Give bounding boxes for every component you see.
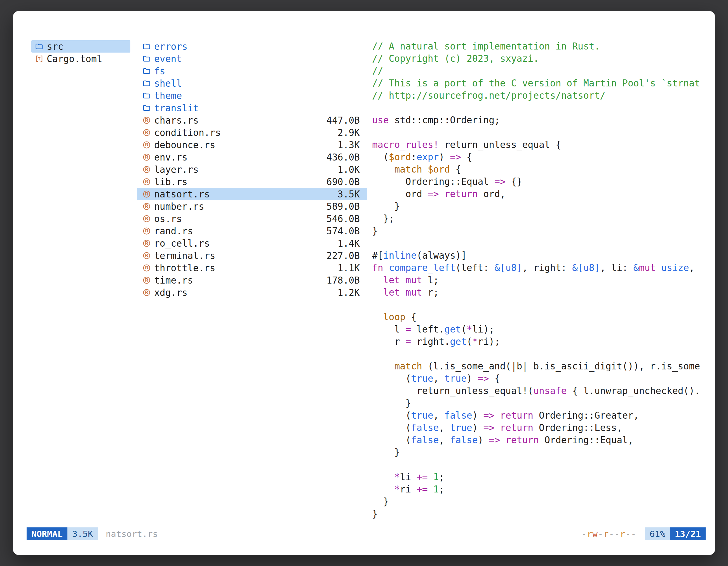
file-item[interactable]: Rtime.rs178.0B [137,274,367,286]
file-size: 1.3K [332,140,360,151]
code-line: (true, true) => { [372,372,710,385]
file-size: 3.5K [332,189,360,200]
file-name: chars.rs [154,115,199,126]
panes-container: srcCargo.toml errorseventfsshellthemetra… [31,40,710,525]
file-item[interactable]: Rterminal.rs227.0B [137,250,367,262]
folder-icon [142,91,152,100]
file-size: 227.0B [321,250,360,261]
rust-file-icon: R [142,141,152,149]
folder-item[interactable]: fs [137,65,367,77]
rust-file-icon: R [142,165,152,174]
rust-file-icon: R [142,178,152,186]
file-size: 178.0B [321,275,360,286]
file-item[interactable]: Rthrottle.rs1.1K [137,262,367,274]
file-item[interactable]: Renv.rs436.0B [137,151,367,163]
file-item[interactable]: Rnatsort.rs3.5K [137,188,367,200]
rust-file-icon: R [142,116,152,125]
folder-icon [142,67,152,75]
file-name: Cargo.toml [47,53,102,64]
file-item[interactable]: Rchars.rs447.0B [137,114,367,126]
code-line: }; [372,213,710,225]
file-item[interactable]: Rrand.rs574.0B [137,225,367,237]
svg-text:R: R [145,253,148,258]
svg-text:R: R [145,266,148,271]
rust-file-icon: R [142,264,152,272]
file-size: 1.0K [332,164,360,175]
code-line: (false, false) => return Ordering::Equal… [372,434,710,446]
svg-text:R: R [145,290,148,295]
code-line: } [372,446,710,459]
code-line: // A natural sort implementation in Rust… [372,40,710,53]
folder-item[interactable]: theme [137,90,367,102]
code-line: } [372,225,710,237]
file-item[interactable]: Ros.rs546.0B [137,213,367,225]
file-name: throttle.rs [154,263,215,274]
folder-icon [142,42,152,51]
rust-file-icon: R [142,190,152,198]
folder-icon [142,104,152,112]
status-bar-left: NORMAL 3.5K natsort.rs [27,527,158,540]
svg-text:R: R [145,229,148,234]
code-line [372,126,710,139]
file-item[interactable]: Rro_cell.rs1.4K [137,237,367,250]
svg-text:R: R [145,179,148,184]
code-line: match $ord { [372,163,710,176]
code-line [372,348,710,360]
code-line [372,459,710,471]
file-size: 1.2K [332,287,360,298]
folder-item[interactable]: event [137,53,367,65]
code-line [372,299,710,311]
file-name: natsort.rs [154,189,210,200]
current-directory-pane: errorseventfsshellthemetranslitRchars.rs… [137,40,367,299]
rust-file-icon: R [142,288,152,297]
code-line: } [372,397,710,409]
file-item[interactable]: Rcondition.rs2.9K [137,126,367,139]
folder-item[interactable]: translit [137,102,367,114]
scroll-percent-badge: 61% [645,527,670,540]
file-item[interactable]: Cargo.toml [31,53,130,65]
code-line: (true, false) => return Ordering::Greate… [372,409,710,422]
folder-item[interactable]: errors [137,40,367,53]
file-name: xdg.rs [154,287,187,298]
file-item[interactable]: Rlayer.rs1.0K [137,163,367,176]
file-name: fs [154,66,165,77]
code-line: l = left.get(*li); [372,323,710,335]
rust-file-icon: R [142,202,152,211]
file-size: 589.0B [321,201,360,212]
rust-file-icon: R [142,239,152,248]
code-line: // Copyright (c) 2023, sxyazi. [372,53,710,65]
rust-file-icon: R [142,153,152,161]
file-item[interactable]: Rdebounce.rs1.3K [137,139,367,151]
file-name: debounce.rs [154,140,215,151]
parent-directory-pane: srcCargo.toml [31,40,130,65]
code-line: macro_rules! return_unless_equal { [372,139,710,151]
folder-item[interactable]: src [31,40,130,53]
file-name: ro_cell.rs [154,238,210,249]
code-line: fn compare_left(left: &[u8], right: &[u8… [372,262,710,274]
file-size-badge: 3.5K [67,527,98,540]
file-size: 1.1K [332,263,360,274]
file-item[interactable]: Rxdg.rs1.2K [137,286,367,299]
code-line: Ordering::Equal => {} [372,176,710,188]
file-size: 436.0B [321,152,360,163]
svg-text:R: R [145,167,148,172]
file-size: 690.0B [321,177,360,187]
file-name: number.rs [154,201,204,212]
code-line: r = right.get(*ri); [372,335,710,348]
code-line: *li += 1; [372,471,710,483]
file-name: rand.rs [154,226,193,237]
file-item[interactable]: Rlib.rs690.0B [137,176,367,188]
file-size: 1.4K [332,238,360,249]
file-name: event [154,53,182,64]
code-line: } [372,508,710,520]
svg-text:R: R [145,118,148,123]
file-name: time.rs [154,275,193,286]
file-item[interactable]: Rnumber.rs589.0B [137,200,367,213]
svg-text:R: R [145,155,148,160]
svg-text:R: R [145,204,148,209]
status-bar: NORMAL 3.5K natsort.rs -rw-r--r-- 61% 13… [27,527,706,540]
code-line: loop { [372,311,710,323]
code-line: ($ord:expr) => { [372,151,710,163]
folder-item[interactable]: shell [137,77,367,90]
file-name: src [47,41,64,52]
